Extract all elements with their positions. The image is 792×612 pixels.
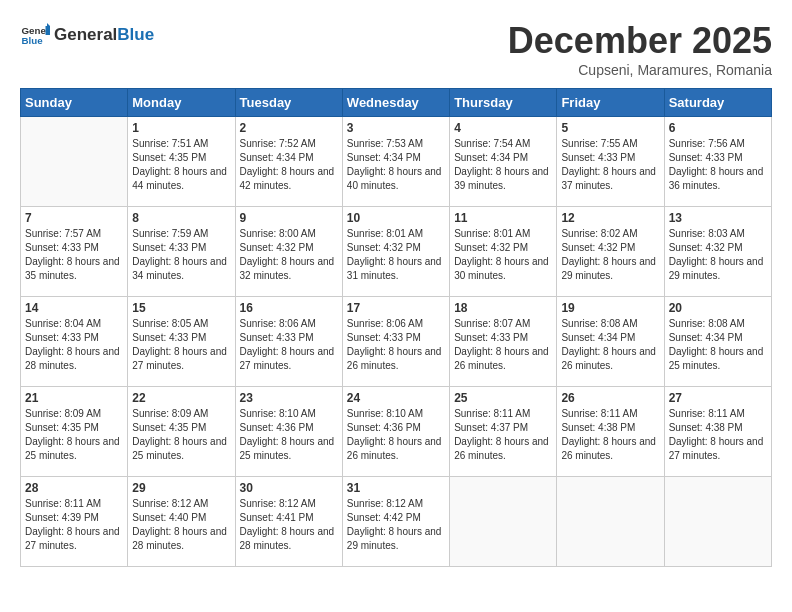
- daylight-label: Daylight: 8 hours and 25 minutes.: [669, 346, 764, 371]
- daylight-label: Daylight: 8 hours and 29 minutes.: [669, 256, 764, 281]
- calendar-cell: 17 Sunrise: 8:06 AM Sunset: 4:33 PM Dayl…: [342, 297, 449, 387]
- sunset-label: Sunset: 4:33 PM: [132, 242, 206, 253]
- calendar-cell: 6 Sunrise: 7:56 AM Sunset: 4:33 PM Dayli…: [664, 117, 771, 207]
- calendar-cell: 4 Sunrise: 7:54 AM Sunset: 4:34 PM Dayli…: [450, 117, 557, 207]
- daylight-label: Daylight: 8 hours and 34 minutes.: [132, 256, 227, 281]
- weekday-header-monday: Monday: [128, 89, 235, 117]
- sunset-label: Sunset: 4:33 PM: [132, 332, 206, 343]
- day-number: 18: [454, 301, 552, 315]
- daylight-label: Daylight: 8 hours and 40 minutes.: [347, 166, 442, 191]
- sunrise-label: Sunrise: 8:06 AM: [347, 318, 423, 329]
- day-info: Sunrise: 8:10 AM Sunset: 4:36 PM Dayligh…: [240, 407, 338, 463]
- sunset-label: Sunset: 4:41 PM: [240, 512, 314, 523]
- sunrise-label: Sunrise: 7:59 AM: [132, 228, 208, 239]
- sunrise-label: Sunrise: 8:09 AM: [132, 408, 208, 419]
- calendar-cell: 14 Sunrise: 8:04 AM Sunset: 4:33 PM Dayl…: [21, 297, 128, 387]
- daylight-label: Daylight: 8 hours and 27 minutes.: [25, 526, 120, 551]
- sunrise-label: Sunrise: 8:07 AM: [454, 318, 530, 329]
- title-area: December 2025 Cupseni, Maramures, Romani…: [508, 20, 772, 78]
- calendar-cell: 1 Sunrise: 7:51 AM Sunset: 4:35 PM Dayli…: [128, 117, 235, 207]
- day-number: 26: [561, 391, 659, 405]
- calendar-cell: 9 Sunrise: 8:00 AM Sunset: 4:32 PM Dayli…: [235, 207, 342, 297]
- daylight-label: Daylight: 8 hours and 27 minutes.: [132, 346, 227, 371]
- daylight-label: Daylight: 8 hours and 26 minutes.: [454, 436, 549, 461]
- day-number: 11: [454, 211, 552, 225]
- day-number: 22: [132, 391, 230, 405]
- day-info: Sunrise: 8:08 AM Sunset: 4:34 PM Dayligh…: [561, 317, 659, 373]
- sunset-label: Sunset: 4:34 PM: [454, 152, 528, 163]
- day-number: 20: [669, 301, 767, 315]
- sunset-label: Sunset: 4:32 PM: [561, 242, 635, 253]
- day-info: Sunrise: 7:51 AM Sunset: 4:35 PM Dayligh…: [132, 137, 230, 193]
- sunset-label: Sunset: 4:34 PM: [561, 332, 635, 343]
- day-number: 31: [347, 481, 445, 495]
- day-info: Sunrise: 7:52 AM Sunset: 4:34 PM Dayligh…: [240, 137, 338, 193]
- daylight-label: Daylight: 8 hours and 26 minutes.: [347, 436, 442, 461]
- day-info: Sunrise: 8:01 AM Sunset: 4:32 PM Dayligh…: [347, 227, 445, 283]
- sunrise-label: Sunrise: 8:04 AM: [25, 318, 101, 329]
- day-info: Sunrise: 8:06 AM Sunset: 4:33 PM Dayligh…: [347, 317, 445, 373]
- day-number: 4: [454, 121, 552, 135]
- sunrise-label: Sunrise: 7:53 AM: [347, 138, 423, 149]
- day-info: Sunrise: 8:00 AM Sunset: 4:32 PM Dayligh…: [240, 227, 338, 283]
- day-info: Sunrise: 8:11 AM Sunset: 4:37 PM Dayligh…: [454, 407, 552, 463]
- calendar-week-5: 28 Sunrise: 8:11 AM Sunset: 4:39 PM Dayl…: [21, 477, 772, 567]
- sunset-label: Sunset: 4:35 PM: [25, 422, 99, 433]
- sunset-label: Sunset: 4:35 PM: [132, 422, 206, 433]
- day-number: 23: [240, 391, 338, 405]
- day-number: 9: [240, 211, 338, 225]
- weekday-header-wednesday: Wednesday: [342, 89, 449, 117]
- sunset-label: Sunset: 4:38 PM: [669, 422, 743, 433]
- weekday-header-friday: Friday: [557, 89, 664, 117]
- sunrise-label: Sunrise: 8:10 AM: [347, 408, 423, 419]
- sunrise-label: Sunrise: 8:08 AM: [561, 318, 637, 329]
- day-number: 19: [561, 301, 659, 315]
- day-number: 8: [132, 211, 230, 225]
- day-info: Sunrise: 8:04 AM Sunset: 4:33 PM Dayligh…: [25, 317, 123, 373]
- sunrise-label: Sunrise: 8:11 AM: [454, 408, 530, 419]
- logo-icon: General Blue: [20, 20, 50, 50]
- daylight-label: Daylight: 8 hours and 32 minutes.: [240, 256, 335, 281]
- day-info: Sunrise: 8:06 AM Sunset: 4:33 PM Dayligh…: [240, 317, 338, 373]
- day-info: Sunrise: 8:02 AM Sunset: 4:32 PM Dayligh…: [561, 227, 659, 283]
- day-info: Sunrise: 8:09 AM Sunset: 4:35 PM Dayligh…: [132, 407, 230, 463]
- sunrise-label: Sunrise: 8:09 AM: [25, 408, 101, 419]
- daylight-label: Daylight: 8 hours and 31 minutes.: [347, 256, 442, 281]
- sunset-label: Sunset: 4:33 PM: [25, 332, 99, 343]
- sunset-label: Sunset: 4:39 PM: [25, 512, 99, 523]
- day-number: 3: [347, 121, 445, 135]
- location-subtitle: Cupseni, Maramures, Romania: [508, 62, 772, 78]
- day-info: Sunrise: 8:03 AM Sunset: 4:32 PM Dayligh…: [669, 227, 767, 283]
- calendar-week-2: 7 Sunrise: 7:57 AM Sunset: 4:33 PM Dayli…: [21, 207, 772, 297]
- weekday-header-saturday: Saturday: [664, 89, 771, 117]
- day-info: Sunrise: 8:08 AM Sunset: 4:34 PM Dayligh…: [669, 317, 767, 373]
- calendar-cell: 30 Sunrise: 8:12 AM Sunset: 4:41 PM Dayl…: [235, 477, 342, 567]
- day-number: 10: [347, 211, 445, 225]
- calendar-week-3: 14 Sunrise: 8:04 AM Sunset: 4:33 PM Dayl…: [21, 297, 772, 387]
- sunrise-label: Sunrise: 8:01 AM: [347, 228, 423, 239]
- weekday-row: SundayMondayTuesdayWednesdayThursdayFrid…: [21, 89, 772, 117]
- calendar-cell: 2 Sunrise: 7:52 AM Sunset: 4:34 PM Dayli…: [235, 117, 342, 207]
- daylight-label: Daylight: 8 hours and 37 minutes.: [561, 166, 656, 191]
- day-number: 12: [561, 211, 659, 225]
- sunset-label: Sunset: 4:37 PM: [454, 422, 528, 433]
- logo-blue: Blue: [117, 25, 154, 45]
- day-number: 28: [25, 481, 123, 495]
- sunrise-label: Sunrise: 8:10 AM: [240, 408, 316, 419]
- sunrise-label: Sunrise: 7:52 AM: [240, 138, 316, 149]
- daylight-label: Daylight: 8 hours and 26 minutes.: [454, 346, 549, 371]
- sunset-label: Sunset: 4:32 PM: [240, 242, 314, 253]
- daylight-label: Daylight: 8 hours and 25 minutes.: [132, 436, 227, 461]
- day-number: 6: [669, 121, 767, 135]
- daylight-label: Daylight: 8 hours and 25 minutes.: [25, 436, 120, 461]
- daylight-label: Daylight: 8 hours and 27 minutes.: [240, 346, 335, 371]
- calendar-cell: 18 Sunrise: 8:07 AM Sunset: 4:33 PM Dayl…: [450, 297, 557, 387]
- calendar-cell: 22 Sunrise: 8:09 AM Sunset: 4:35 PM Dayl…: [128, 387, 235, 477]
- daylight-label: Daylight: 8 hours and 29 minutes.: [561, 256, 656, 281]
- day-info: Sunrise: 7:53 AM Sunset: 4:34 PM Dayligh…: [347, 137, 445, 193]
- day-number: 15: [132, 301, 230, 315]
- calendar-cell: [21, 117, 128, 207]
- day-number: 13: [669, 211, 767, 225]
- daylight-label: Daylight: 8 hours and 42 minutes.: [240, 166, 335, 191]
- sunset-label: Sunset: 4:33 PM: [347, 332, 421, 343]
